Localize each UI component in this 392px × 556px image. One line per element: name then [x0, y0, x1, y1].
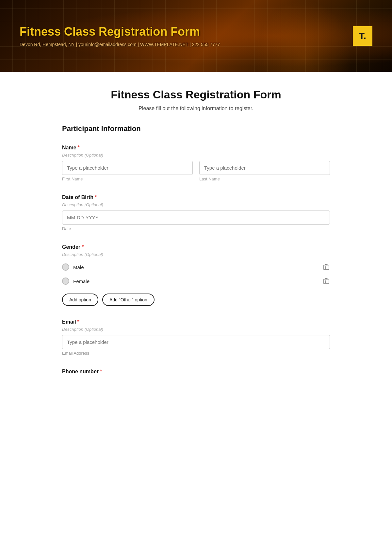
- phone-label: Phone number *: [62, 369, 330, 375]
- form-subtitle: Please fill out the following informatio…: [62, 106, 330, 111]
- first-name-col: First Name: [62, 161, 193, 181]
- form-main-title: Fitness Class Registration Form: [62, 88, 330, 101]
- add-other-option-button[interactable]: Add "Other" option: [102, 294, 155, 306]
- section-title: Participant Information: [62, 125, 330, 136]
- email-field-block: Email * Description (Optional) Email Add…: [62, 319, 330, 356]
- gender-description: Description (Optional): [62, 252, 330, 257]
- dob-field-block: Date of Birth * Description (Optional) D…: [62, 194, 330, 231]
- header-text-block: Fitness Class Registration Form Devon Rd…: [20, 25, 353, 47]
- gender-male-radio[interactable]: [62, 263, 69, 271]
- dob-label: Date of Birth *: [62, 194, 330, 200]
- dob-description: Description (Optional): [62, 202, 330, 207]
- email-label: Email *: [62, 319, 330, 325]
- gender-required-star: *: [82, 244, 84, 250]
- header-logo: T.: [353, 26, 372, 46]
- header-subtitle: Devon Rd, Hempstead, NY | yourinfo@email…: [20, 42, 353, 47]
- gender-female-label: Female: [73, 278, 90, 284]
- email-required-star: *: [77, 319, 79, 325]
- svg-rect-4: [324, 279, 329, 284]
- gender-option-male: Male: [62, 260, 330, 274]
- last-name-helper: Last Name: [199, 177, 330, 181]
- email-input[interactable]: [62, 335, 330, 349]
- header-title: Fitness Class Registration Form: [20, 25, 353, 39]
- form-container: Fitness Class Registration Form Please f…: [49, 72, 343, 414]
- gender-female-delete-icon[interactable]: [323, 278, 330, 285]
- gender-option-female-left: Female: [62, 278, 90, 285]
- first-name-input[interactable]: [62, 161, 193, 175]
- header-banner: Fitness Class Registration Form Devon Rd…: [0, 0, 392, 72]
- name-row: First Name Last Name: [62, 161, 330, 181]
- name-field-block: Name * Description (Optional) First Name…: [62, 145, 330, 181]
- gender-label: Gender *: [62, 244, 330, 250]
- add-option-button[interactable]: Add option: [62, 294, 98, 306]
- svg-rect-0: [324, 265, 329, 270]
- name-label: Name *: [62, 145, 330, 151]
- email-helper: Email Address: [62, 351, 330, 356]
- first-name-helper: First Name: [62, 177, 193, 181]
- dob-helper: Date: [62, 226, 330, 231]
- gender-option-female: Female: [62, 274, 330, 288]
- last-name-input[interactable]: [199, 161, 330, 175]
- gender-male-label: Male: [73, 264, 84, 270]
- phone-field-block: Phone number *: [62, 369, 330, 375]
- dob-input[interactable]: [62, 211, 330, 225]
- name-description: Description (Optional): [62, 153, 330, 158]
- gender-option-male-left: Male: [62, 263, 84, 271]
- dob-required-star: *: [95, 194, 97, 200]
- add-option-row: Add option Add "Other" option: [62, 294, 330, 306]
- phone-required-star: *: [100, 369, 102, 375]
- last-name-col: Last Name: [199, 161, 330, 181]
- gender-male-delete-icon[interactable]: [323, 263, 330, 271]
- email-description: Description (Optional): [62, 327, 330, 332]
- gender-field-block: Gender * Description (Optional) Male: [62, 244, 330, 306]
- gender-female-radio[interactable]: [62, 278, 69, 285]
- name-required-star: *: [78, 145, 80, 151]
